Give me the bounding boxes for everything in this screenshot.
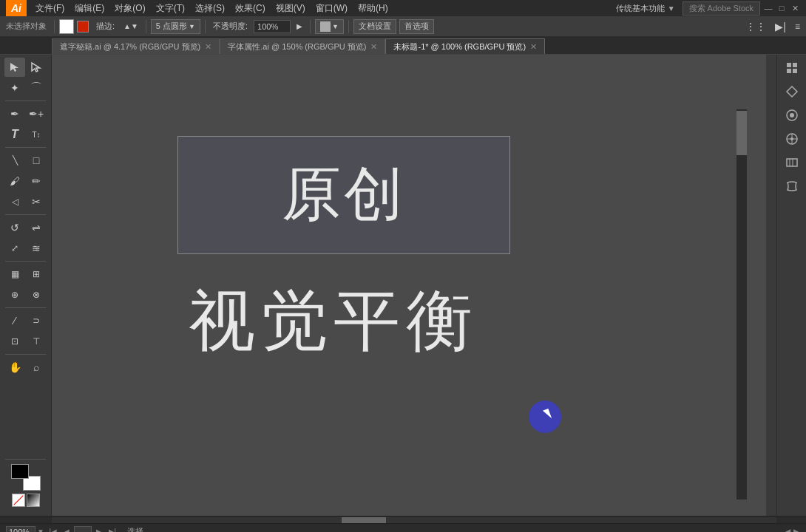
menu-file[interactable]: 文件(F) bbox=[31, 1, 69, 16]
menu-object[interactable]: 对象(O) bbox=[110, 1, 149, 16]
zoom-dropdown[interactable]: ▼ bbox=[37, 528, 44, 532]
scrollbar-v-thumb[interactable] bbox=[736, 111, 747, 155]
gradient-indicator[interactable] bbox=[27, 494, 40, 507]
pen-tools: ✒ ✒+ bbox=[4, 104, 47, 123]
scrollbar-h-thumb[interactable] bbox=[342, 517, 386, 523]
opacity-input[interactable] bbox=[254, 20, 291, 33]
menu-text[interactable]: 文字(T) bbox=[152, 1, 189, 16]
direct-selection-tool[interactable] bbox=[26, 58, 47, 77]
doc-settings-btn[interactable]: 文档设置 bbox=[353, 19, 396, 34]
toolbar-menu-icon[interactable]: ▶| bbox=[772, 18, 789, 35]
menu-window[interactable]: 窗口(W) bbox=[311, 1, 352, 16]
stroke-type-btn[interactable]: 5 点圆形 ▼ bbox=[151, 19, 200, 34]
tab-2-label: 未标题-1* @ 100% (RGB/GPU 预览) bbox=[393, 41, 526, 52]
nav-last[interactable]: ▶| bbox=[106, 526, 118, 533]
nav-first[interactable]: |◀ bbox=[47, 526, 59, 533]
artboard-tool[interactable]: ⊡ bbox=[4, 332, 25, 351]
line-tool[interactable]: ╲ bbox=[4, 151, 25, 170]
shape-tools: ╲ □ bbox=[4, 151, 47, 170]
fg-bg-colors[interactable] bbox=[11, 464, 41, 491]
slice-tool[interactable]: ⊤ bbox=[26, 332, 47, 351]
tool-divider-7 bbox=[5, 459, 46, 460]
right-panel-btn-4[interactable] bbox=[781, 129, 803, 149]
right-panel-btn-5[interactable] bbox=[781, 152, 803, 173]
toolbar-divider-5 bbox=[348, 20, 349, 33]
zoom-tool[interactable]: ⌕ bbox=[26, 358, 47, 377]
scrollbar-h-track[interactable] bbox=[52, 517, 776, 523]
shape-builder-tool[interactable]: ⊕ bbox=[4, 285, 25, 304]
page-navigation: |◀ ◀ 1 ▶ ▶| bbox=[47, 526, 118, 533]
menu-effect[interactable]: 效果(C) bbox=[231, 1, 270, 16]
status-right-arrow[interactable]: ▶ bbox=[793, 527, 800, 533]
tab-0[interactable]: 遮字秘籍.ai @ 4.17% (RGB/GPU 预览) ✕ bbox=[52, 38, 220, 54]
type-tool[interactable]: T bbox=[4, 125, 25, 144]
dropdown-icon[interactable]: ▼ bbox=[668, 4, 675, 13]
menu-select[interactable]: 选择(S) bbox=[191, 1, 229, 16]
fill-color-box[interactable] bbox=[59, 19, 74, 34]
first-option-btn[interactable]: 首选项 bbox=[399, 19, 434, 34]
warp-tool[interactable]: ≋ bbox=[26, 239, 47, 258]
right-panel-btn-3[interactable] bbox=[781, 105, 803, 126]
magic-wand-tool[interactable]: ✦ bbox=[4, 78, 25, 98]
nav-next[interactable]: ▶ bbox=[93, 526, 105, 533]
scissors-tool[interactable]: ✂ bbox=[26, 192, 47, 211]
artboard: 原创 bbox=[177, 136, 510, 254]
right-panel-btn-2[interactable] bbox=[781, 81, 803, 102]
toolbar-collapse-icon[interactable]: ≡ bbox=[792, 18, 803, 35]
reflect-tool[interactable]: ⇌ bbox=[26, 218, 47, 237]
tool-divider-2 bbox=[5, 147, 46, 148]
lasso-tool[interactable]: ⌒ bbox=[26, 78, 47, 98]
tab-2-close[interactable]: ✕ bbox=[530, 42, 537, 52]
right-panel-btn-6[interactable] bbox=[781, 176, 803, 197]
close-btn[interactable]: ✕ bbox=[790, 3, 800, 13]
pencil-tool[interactable]: ✏ bbox=[26, 171, 47, 191]
page-input[interactable]: 1 bbox=[74, 526, 92, 533]
search-adobe-stock[interactable]: 搜索 Adobe Stock bbox=[683, 1, 760, 16]
tab-1[interactable]: 字体属性.ai @ 150% (RGB/GPU 预览) ✕ bbox=[220, 38, 385, 54]
scrollbar-vertical[interactable] bbox=[736, 109, 747, 499]
tab-2[interactable]: 未标题-1* @ 100% (RGB/GPU 预览) ✕ bbox=[385, 38, 545, 54]
tab-1-close[interactable]: ✕ bbox=[370, 42, 377, 52]
style-btn[interactable]: ▼ bbox=[315, 19, 344, 34]
gradient-tool[interactable]: ▦ bbox=[4, 265, 25, 284]
toolbar-grid-icon[interactable]: ⋮⋮ bbox=[742, 18, 769, 35]
svg-marker-1 bbox=[32, 63, 40, 72]
tab-0-close[interactable]: ✕ bbox=[205, 42, 211, 52]
stroke-label: 描边: bbox=[93, 18, 118, 35]
scale-tool[interactable]: ⤢ bbox=[4, 239, 25, 258]
canvas-area[interactable]: 原创 视觉平衡 bbox=[52, 55, 766, 516]
live-paint-tool[interactable]: ⊗ bbox=[26, 285, 47, 304]
fill-color-swatch[interactable] bbox=[59, 19, 74, 34]
maximize-btn[interactable]: □ bbox=[776, 3, 787, 13]
stroke-up-arrow[interactable]: ▲▼ bbox=[121, 18, 141, 35]
right-panel-btn-1[interactable] bbox=[781, 58, 803, 78]
menu-view[interactable]: 视图(V) bbox=[271, 1, 310, 16]
menu-edit[interactable]: 编辑(E) bbox=[70, 1, 109, 16]
no-stroke-indicator[interactable] bbox=[12, 494, 25, 507]
svg-rect-2 bbox=[787, 63, 791, 67]
rotate-tool[interactable]: ↺ bbox=[4, 218, 25, 237]
nav-prev[interactable]: ◀ bbox=[61, 526, 72, 533]
scrollbar-v-track[interactable] bbox=[736, 109, 747, 499]
zoom-input[interactable] bbox=[6, 526, 35, 533]
top-toolbar: 未选择对象 描边: ▲▼ 5 点圆形 ▼ 不透明度: ▶ ▼ 文档设置 首选项 … bbox=[0, 16, 806, 37]
eraser-tool[interactable]: ◁ bbox=[4, 192, 25, 211]
pen-tool[interactable]: ✒ bbox=[4, 104, 25, 123]
stroke-indicators bbox=[12, 494, 40, 507]
rect-tool[interactable]: □ bbox=[26, 151, 47, 170]
opacity-percent-btn[interactable]: ▶ bbox=[294, 18, 305, 35]
minimize-btn[interactable]: — bbox=[763, 3, 773, 13]
selection-tool[interactable] bbox=[4, 58, 25, 77]
status-left-arrow[interactable]: ◀ bbox=[784, 527, 790, 533]
stroke-color-box[interactable] bbox=[77, 21, 89, 33]
paintbrush-tool[interactable]: 🖌 bbox=[4, 171, 25, 191]
add-anchor-tool[interactable]: ✒+ bbox=[26, 104, 47, 123]
eyedropper-tool[interactable]: ⁄ bbox=[4, 311, 25, 330]
hand-tool[interactable]: ✋ bbox=[4, 358, 25, 377]
type-tools: T T↕ bbox=[4, 125, 47, 144]
menu-help[interactable]: 帮助(H) bbox=[353, 1, 393, 16]
mesh-tool[interactable]: ⊞ bbox=[26, 265, 47, 284]
blend-tool[interactable]: ⊃ bbox=[26, 311, 47, 330]
vertical-type-tool[interactable]: T↕ bbox=[26, 125, 47, 144]
foreground-color[interactable] bbox=[11, 464, 29, 479]
